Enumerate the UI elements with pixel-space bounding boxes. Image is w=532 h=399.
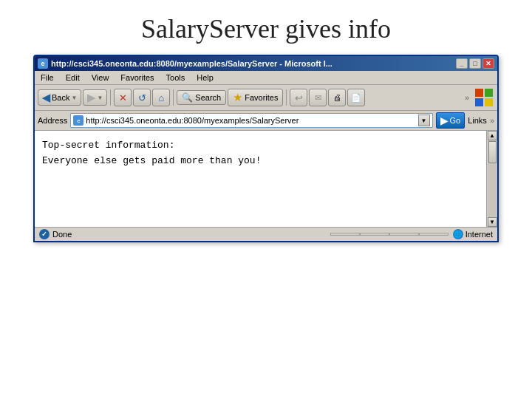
address-input-wrap: e ▼: [70, 113, 432, 128]
title-bar: e http://csci345.oneonta.edu:8080/myexam…: [35, 56, 497, 71]
stop-button[interactable]: ✕: [114, 89, 132, 106]
status-seg-2: [360, 233, 389, 236]
site-icon: e: [73, 115, 83, 126]
menu-favorites[interactable]: Favorites: [119, 72, 155, 83]
favorites-button[interactable]: ★ Favorites: [228, 89, 283, 106]
status-segments: [330, 233, 449, 236]
browser-icon: e: [38, 58, 48, 69]
content-line1: Top-secret information:: [42, 138, 478, 154]
minimize-button[interactable]: _: [456, 58, 468, 69]
internet-zone: 🌐 Internet: [453, 229, 493, 239]
scroll-thumb[interactable]: [488, 141, 497, 163]
address-dropdown[interactable]: ▼: [418, 115, 430, 126]
menu-file[interactable]: File: [39, 72, 55, 83]
mail-button[interactable]: ✉: [309, 89, 327, 106]
forward-button[interactable]: ▶ ▼: [83, 89, 107, 106]
status-right: 🌐 Internet: [330, 229, 493, 239]
close-button[interactable]: ✕: [482, 58, 494, 69]
address-input[interactable]: [86, 116, 415, 125]
menu-help[interactable]: Help: [195, 72, 215, 83]
back-label: Back: [52, 93, 69, 102]
status-done-label: Done: [52, 230, 72, 239]
done-icon: ✓: [39, 229, 50, 239]
favorites-label: Favorites: [245, 93, 278, 102]
mail-icon: ✉: [315, 93, 321, 103]
address-label: Address: [38, 116, 67, 125]
svg-rect-1: [485, 89, 493, 97]
forward-dropdown-icon: ▼: [97, 95, 103, 101]
go-label: Go: [450, 116, 461, 125]
toolbar: ◀ Back ▼ ▶ ▼ ✕ ↺ ⌂ 🔍 Search ★ Fav: [35, 85, 497, 111]
content-text-area: Top-secret information: Everyone else ge…: [35, 131, 497, 227]
back-button[interactable]: ◀ Back ▼: [38, 89, 81, 106]
status-seg-1: [330, 233, 360, 236]
back-dropdown-icon: ▼: [71, 95, 77, 101]
edit-icon: 📄: [351, 93, 361, 103]
refresh-icon: ↺: [138, 92, 146, 103]
scroll-down-button[interactable]: ▼: [488, 217, 497, 227]
menu-edit[interactable]: Edit: [64, 72, 81, 83]
search-icon: 🔍: [182, 92, 193, 103]
browser-window: e http://csci345.oneonta.edu:8080/myexam…: [33, 55, 499, 242]
home-icon: ⌂: [158, 92, 164, 103]
title-bar-buttons: _ □ ✕: [456, 58, 494, 69]
print-button[interactable]: 🖨: [328, 89, 346, 106]
toolbar-separator-1: [110, 89, 111, 106]
refresh-button[interactable]: ↺: [133, 89, 151, 106]
svg-rect-3: [485, 98, 493, 106]
print-icon: 🖨: [333, 93, 341, 102]
internet-icon: 🌐: [453, 229, 463, 239]
home-button[interactable]: ⌂: [152, 89, 170, 106]
status-seg-3: [389, 233, 419, 236]
toolbar-separator-2: [173, 89, 174, 106]
svg-rect-0: [475, 89, 483, 97]
edit-button[interactable]: 📄: [347, 89, 365, 106]
menu-tools[interactable]: Tools: [165, 72, 187, 83]
links-label: Links: [468, 116, 487, 125]
windows-logo: [474, 87, 494, 108]
go-button[interactable]: ▶ Go: [436, 112, 466, 129]
status-left: ✓ Done: [39, 229, 72, 239]
content-area: Top-secret information: Everyone else ge…: [35, 131, 497, 227]
toolbar-separator-3: [286, 89, 287, 106]
title-bar-left: e http://csci345.oneonta.edu:8080/myexam…: [38, 58, 332, 69]
history-button[interactable]: ↩: [290, 89, 307, 106]
scroll-track[interactable]: [488, 140, 497, 217]
menu-bar: File Edit View Favorites Tools Help: [35, 71, 497, 85]
forward-icon: ▶: [87, 92, 95, 103]
scroll-up-button[interactable]: ▲: [488, 131, 497, 140]
status-seg-4: [419, 233, 449, 236]
scrollbar-right[interactable]: ▲ ▼: [486, 131, 497, 227]
links-expand-icon[interactable]: »: [490, 116, 494, 125]
search-button[interactable]: 🔍 Search: [177, 90, 226, 105]
toolbar-right: »: [463, 87, 494, 108]
page-heading: SalaryServer gives info: [141, 13, 391, 44]
search-label: Search: [195, 93, 221, 102]
stop-icon: ✕: [119, 92, 127, 103]
star-icon: ★: [233, 91, 242, 104]
history-icon: ↩: [295, 92, 303, 103]
back-icon: ◀: [42, 92, 50, 103]
internet-label: Internet: [466, 230, 493, 239]
menu-view[interactable]: View: [90, 72, 111, 83]
title-bar-text: http://csci345.oneonta.edu:8080/myexampl…: [51, 59, 332, 68]
maximize-button[interactable]: □: [469, 58, 481, 69]
status-bar: ✓ Done 🌐 Internet: [35, 227, 497, 241]
go-arrow-icon: ▶: [440, 115, 449, 126]
address-bar: Address e ▼ ▶ Go Links »: [35, 111, 497, 131]
toolbar-expand-icon[interactable]: »: [465, 93, 469, 102]
content-line2: Everyone else gets paid more than you!: [42, 154, 478, 169]
svg-rect-2: [475, 98, 483, 106]
